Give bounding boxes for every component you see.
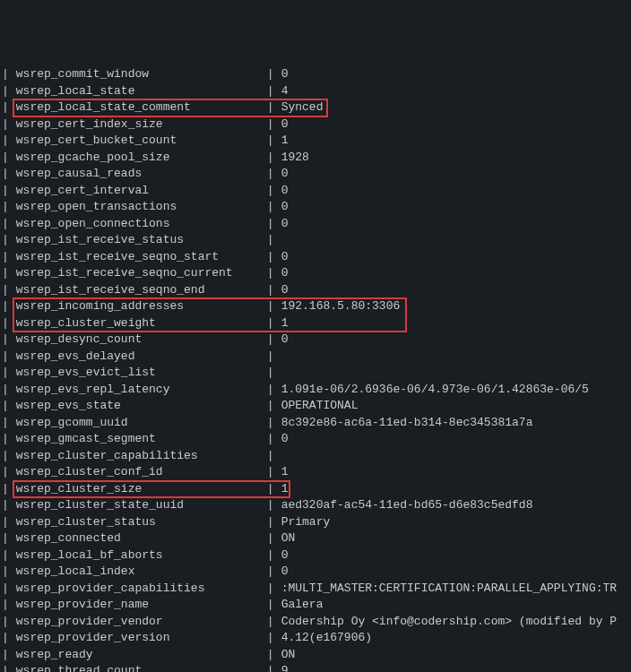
column-separator: | bbox=[264, 365, 278, 382]
status-row: |wsrep_cluster_size|1 bbox=[0, 481, 631, 498]
status-row: |wsrep_provider_capabilities|:MULTI_MAST… bbox=[0, 581, 631, 598]
column-separator: | bbox=[0, 581, 13, 598]
status-row: |wsrep_provider_name|Galera bbox=[0, 597, 631, 614]
column-separator: | bbox=[264, 382, 278, 399]
column-separator: | bbox=[264, 448, 278, 465]
column-separator: | bbox=[0, 597, 13, 614]
column-separator: | bbox=[264, 298, 278, 315]
variable-name: wsrep_cluster_conf_id bbox=[13, 464, 264, 481]
column-separator: | bbox=[264, 547, 278, 564]
column-separator: | bbox=[0, 415, 13, 432]
column-separator: | bbox=[0, 298, 13, 315]
variable-name: wsrep_desync_count bbox=[13, 332, 264, 349]
column-separator: | bbox=[264, 431, 278, 448]
status-row: |wsrep_commit_window|0 bbox=[0, 66, 631, 83]
column-separator: | bbox=[0, 547, 13, 564]
status-row: |wsrep_provider_vendor|Codership Oy <inf… bbox=[0, 614, 631, 631]
variable-name: wsrep_local_state bbox=[13, 83, 264, 100]
column-separator: | bbox=[264, 398, 278, 415]
column-separator: | bbox=[264, 514, 278, 531]
column-separator: | bbox=[264, 614, 278, 631]
variable-value: Galera bbox=[278, 597, 324, 614]
variable-name: wsrep_provider_version bbox=[13, 630, 264, 647]
highlight-holder: |wsrep_local_state_comment|Synced bbox=[0, 99, 631, 116]
column-separator: | bbox=[264, 133, 278, 150]
variable-name: wsrep_open_transactions bbox=[13, 199, 264, 216]
status-row: |wsrep_causal_reads|0 bbox=[0, 166, 631, 183]
variable-value: 1 bbox=[278, 464, 289, 481]
variable-name: wsrep_evs_repl_latency bbox=[13, 382, 264, 399]
status-row: |wsrep_desync_count|0 bbox=[0, 332, 631, 349]
variable-value: 0 bbox=[278, 431, 289, 448]
variable-value: 0 bbox=[278, 216, 289, 233]
status-row: |wsrep_gcomm_uuid|8c392e86-ac6a-11ed-b31… bbox=[0, 415, 631, 432]
column-separator: | bbox=[0, 431, 13, 448]
column-separator: | bbox=[264, 315, 278, 332]
status-row: |wsrep_evs_state|OPERATIONAL bbox=[0, 398, 631, 415]
highlight-holder: |wsrep_cluster_size|1 bbox=[0, 481, 631, 498]
variable-name: wsrep_evs_delayed bbox=[13, 349, 264, 366]
variable-value: 0 bbox=[278, 332, 289, 349]
status-row: |wsrep_cert_index_size|0 bbox=[0, 116, 631, 134]
variable-name: wsrep_cert_interval bbox=[13, 183, 264, 200]
column-separator: | bbox=[264, 265, 278, 282]
status-row: |wsrep_ready|ON bbox=[0, 647, 631, 664]
status-row: |wsrep_gcache_pool_size|1928 bbox=[0, 150, 631, 167]
column-separator: | bbox=[0, 199, 13, 216]
column-separator: | bbox=[0, 365, 13, 382]
column-separator: | bbox=[264, 150, 278, 167]
variable-name: wsrep_local_index bbox=[13, 564, 264, 581]
column-separator: | bbox=[264, 464, 278, 481]
status-row: |wsrep_open_connections|0 bbox=[0, 216, 631, 233]
status-row: |wsrep_cluster_status|Primary bbox=[0, 514, 631, 531]
column-separator: | bbox=[0, 398, 13, 415]
column-separator: | bbox=[264, 282, 278, 299]
variable-name: wsrep_ist_receive_seqno_end bbox=[13, 282, 264, 299]
column-separator: | bbox=[0, 647, 13, 664]
variable-value: 4.12(e167906) bbox=[278, 630, 372, 647]
column-separator: | bbox=[264, 99, 278, 116]
variable-name: wsrep_incoming_addresses bbox=[13, 298, 264, 315]
terminal-output: |wsrep_commit_window|0|wsrep_local_state… bbox=[0, 66, 631, 672]
status-row: |wsrep_evs_evict_list| bbox=[0, 365, 631, 382]
variable-name: wsrep_cluster_state_uuid bbox=[13, 497, 264, 514]
variable-name: wsrep_cluster_capabilities bbox=[13, 448, 264, 465]
variable-name: wsrep_local_bf_aborts bbox=[13, 547, 264, 564]
column-separator: | bbox=[0, 663, 13, 672]
variable-value: OPERATIONAL bbox=[278, 398, 359, 415]
column-separator: | bbox=[0, 481, 13, 498]
status-row: |wsrep_cert_interval|0 bbox=[0, 183, 631, 200]
variable-name: wsrep_cluster_size bbox=[13, 481, 264, 498]
column-separator: | bbox=[0, 232, 13, 249]
variable-value: 8c392e86-ac6a-11ed-b314-8ec345381a7a bbox=[278, 415, 533, 432]
column-separator: | bbox=[264, 349, 278, 366]
column-separator: | bbox=[0, 216, 13, 233]
variable-name: wsrep_gmcast_segment bbox=[13, 431, 264, 448]
column-separator: | bbox=[264, 530, 278, 547]
column-separator: | bbox=[0, 315, 13, 332]
variable-name: wsrep_provider_vendor bbox=[13, 614, 264, 631]
column-separator: | bbox=[0, 282, 13, 299]
variable-name: wsrep_ist_receive_seqno_current bbox=[13, 265, 264, 282]
status-row: |wsrep_thread_count|9 bbox=[0, 663, 631, 672]
column-separator: | bbox=[0, 514, 13, 531]
column-separator: | bbox=[0, 116, 13, 134]
variable-name: wsrep_ist_receive_status bbox=[13, 232, 264, 249]
column-separator: | bbox=[264, 497, 278, 514]
variable-value: Synced bbox=[278, 99, 324, 116]
column-separator: | bbox=[0, 630, 13, 647]
variable-name: wsrep_open_connections bbox=[13, 216, 264, 233]
variable-value: 192.168.5.80:3306 bbox=[278, 298, 401, 315]
status-row: |wsrep_cluster_capabilities| bbox=[0, 448, 631, 465]
column-separator: | bbox=[264, 415, 278, 432]
status-row: |wsrep_gmcast_segment|0 bbox=[0, 431, 631, 448]
column-separator: | bbox=[264, 183, 278, 200]
variable-value: 0 bbox=[278, 183, 289, 200]
column-separator: | bbox=[264, 249, 278, 266]
column-separator: | bbox=[264, 663, 278, 672]
variable-value: 0 bbox=[278, 249, 289, 266]
status-row: |wsrep_local_state_comment|Synced bbox=[0, 99, 631, 116]
variable-value: 0 bbox=[278, 199, 289, 216]
variable-value: 0 bbox=[278, 564, 289, 581]
column-separator: | bbox=[0, 349, 13, 366]
